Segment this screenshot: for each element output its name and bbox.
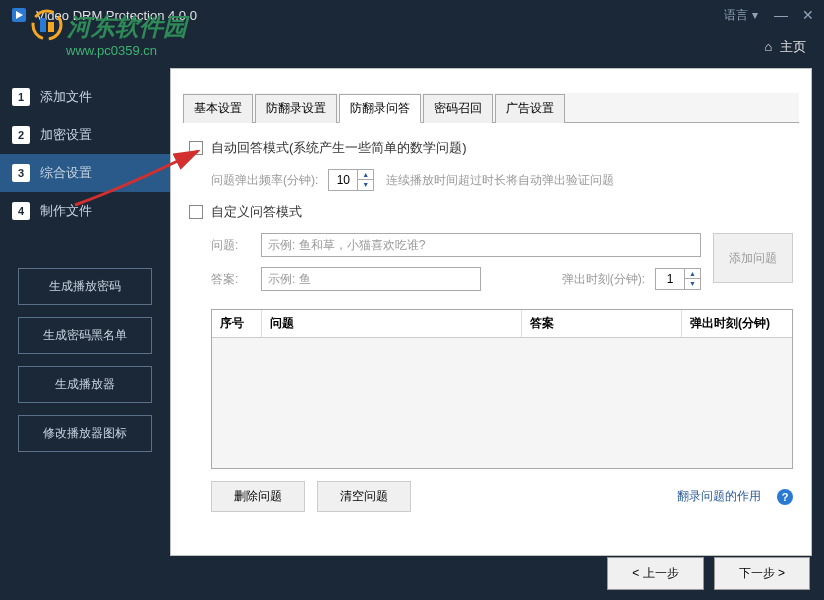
content-panel: 基本设置 防翻录设置 防翻录问答 密码召回 广告设置 自动回答模式(系统产生一些… — [170, 68, 812, 556]
chevron-down-icon: ▾ — [752, 8, 758, 22]
answer-input[interactable] — [261, 267, 481, 291]
titlebar: Video DRM Protection 4.0.0 语言 ▾ — ✕ — [0, 0, 824, 30]
next-button[interactable]: 下一步 > — [714, 557, 810, 590]
table-header-popup: 弹出时刻(分钟) — [682, 310, 792, 337]
step-build-files[interactable]: 4制作文件 — [0, 192, 170, 230]
delete-question-button[interactable]: 删除问题 — [211, 481, 305, 512]
gen-play-password-button[interactable]: 生成播放密码 — [18, 268, 152, 305]
custom-qa-label: 自定义问答模式 — [211, 203, 302, 221]
clear-questions-button[interactable]: 清空问题 — [317, 481, 411, 512]
tabs: 基本设置 防翻录设置 防翻录问答 密码召回 广告设置 — [183, 93, 799, 123]
footer-nav: < 上一步 下一步 > — [593, 547, 824, 600]
question-input[interactable] — [261, 233, 701, 257]
frequency-spinner[interactable]: ▲▼ — [328, 169, 374, 191]
question-label: 问题: — [211, 237, 261, 254]
tab-basic[interactable]: 基本设置 — [183, 94, 253, 123]
tab-antirecord-qa[interactable]: 防翻录问答 — [339, 94, 421, 123]
auto-answer-checkbox[interactable] — [189, 141, 203, 155]
info-icon[interactable]: ? — [777, 489, 793, 505]
auto-answer-label: 自动回答模式(系统产生一些简单的数学问题) — [211, 139, 467, 157]
tab-ad-settings[interactable]: 广告设置 — [495, 94, 565, 123]
language-selector[interactable]: 语言 ▾ — [724, 7, 758, 24]
sidebar: 1添加文件 2加密设置 3综合设置 4制作文件 生成播放密码 生成密码黑名单 生… — [0, 68, 170, 556]
spinner-up-icon[interactable]: ▲ — [685, 269, 700, 279]
spinner-down-icon[interactable]: ▼ — [685, 279, 700, 289]
home-icon: ⌂ — [765, 39, 773, 54]
app-title: Video DRM Protection 4.0.0 — [36, 8, 197, 23]
step-add-files[interactable]: 1添加文件 — [0, 78, 170, 116]
frequency-hint: 连续播放时间超过时长将自动弹出验证问题 — [386, 172, 614, 189]
answer-label: 答案: — [211, 271, 261, 288]
popup-time-spinner[interactable]: ▲▼ — [655, 268, 701, 290]
help-link[interactable]: 翻录问题的作用 — [677, 488, 761, 505]
questions-table: 序号 问题 答案 弹出时刻(分钟) — [211, 309, 793, 469]
gen-blacklist-button[interactable]: 生成密码黑名单 — [18, 317, 152, 354]
step-general-settings[interactable]: 3综合设置 — [0, 154, 170, 192]
minimize-button[interactable]: — — [774, 7, 788, 23]
step-encrypt-settings[interactable]: 2加密设置 — [0, 116, 170, 154]
add-question-button[interactable]: 添加问题 — [713, 233, 793, 283]
breadcrumb[interactable]: ⌂ 主页 — [0, 30, 824, 68]
spinner-up-icon[interactable]: ▲ — [358, 170, 373, 180]
tab-antirecord-settings[interactable]: 防翻录设置 — [255, 94, 337, 123]
table-header-number: 序号 — [212, 310, 262, 337]
tab-password-recall[interactable]: 密码召回 — [423, 94, 493, 123]
table-header-answer: 答案 — [522, 310, 682, 337]
spinner-down-icon[interactable]: ▼ — [358, 180, 373, 190]
frequency-label: 问题弹出频率(分钟): — [211, 172, 318, 189]
custom-qa-checkbox[interactable] — [189, 205, 203, 219]
close-button[interactable]: ✕ — [802, 7, 814, 23]
table-header-question: 问题 — [262, 310, 522, 337]
gen-player-button[interactable]: 生成播放器 — [18, 366, 152, 403]
modify-player-icon-button[interactable]: 修改播放器图标 — [18, 415, 152, 452]
prev-button[interactable]: < 上一步 — [607, 557, 703, 590]
popup-time-label: 弹出时刻(分钟): — [562, 271, 645, 288]
app-logo-icon — [10, 5, 30, 25]
